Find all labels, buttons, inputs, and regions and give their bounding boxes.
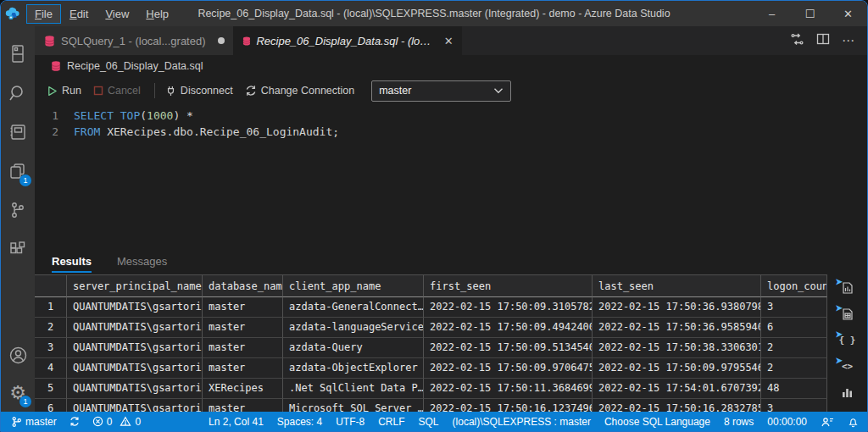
table-cell[interactable]: QUANTUMDATIS\gsartori <box>67 338 203 358</box>
row-number[interactable]: 2 <box>35 318 67 338</box>
database-select[interactable]: master <box>371 80 511 102</box>
explorer-copy-icon[interactable]: 1 <box>1 152 35 191</box>
table-cell[interactable]: 2022-02-15 17:54:01.6707392 <box>593 379 761 399</box>
table-cell[interactable]: QUANTUMDATIS\gsartori <box>67 318 203 338</box>
encoding[interactable]: UTF-8 <box>336 416 364 428</box>
table-cell[interactable]: QUANTUMDATIS\gsartori <box>67 297 203 318</box>
row-count[interactable]: 8 rows <box>724 416 754 428</box>
line-number: 2 <box>35 124 74 140</box>
account-icon[interactable] <box>1 335 35 374</box>
code-line[interactable]: 2FROM XERecipes.dbo.Recipe_06_LoginAudit… <box>35 124 867 140</box>
menu-edit[interactable]: Edit <box>61 4 97 24</box>
problems-status[interactable]: 0 0 <box>92 416 141 428</box>
code-lines: 1SELECT TOP(1000) *2FROM XERecipes.dbo.R… <box>35 108 867 140</box>
table-cell[interactable]: azdata-ObjectExplorer <box>283 358 424 379</box>
close-tab-icon[interactable]: ✕ <box>444 35 453 47</box>
indentation[interactable]: Spaces: 4 <box>277 416 322 428</box>
column-header-database_name[interactable]: database_name <box>203 275 283 297</box>
more-actions-icon[interactable]: ⋯ <box>842 33 855 48</box>
connection-status[interactable]: (local)\SQLEXPRESS : master <box>453 416 591 428</box>
sync-status[interactable] <box>69 416 81 427</box>
save-as-csv-icon[interactable]: ➤ <box>839 280 856 296</box>
git-branch-status[interactable]: master <box>11 416 57 428</box>
maximize-button[interactable]: ☐ <box>791 1 829 26</box>
table-cell[interactable]: 2022-02-15 17:50:09.9706475 <box>424 358 593 379</box>
table-cell[interactable]: master <box>203 338 283 358</box>
sql-editor[interactable]: 1SELECT TOP(1000) *2FROM XERecipes.dbo.R… <box>35 104 867 246</box>
table-cell[interactable]: azdata-Query <box>283 338 424 358</box>
choose-sql-language[interactable]: Choose SQL Language <box>604 416 710 428</box>
column-header-logon_count[interactable]: logon_count <box>761 275 827 297</box>
table-cell[interactable]: QUANTUMDATIS\gsartori <box>67 379 203 399</box>
grid-corner-cell[interactable] <box>35 275 67 297</box>
table-cell[interactable]: master <box>203 358 283 379</box>
table-cell[interactable]: 2022-02-15 17:50:09.5134540 <box>424 338 593 358</box>
table-cell[interactable]: 2 <box>761 338 827 358</box>
column-header-server_principal_name[interactable]: server_principal_name <box>67 275 203 297</box>
cursor-position[interactable]: Ln 2, Col 41 <box>209 416 264 428</box>
save-as-excel-icon[interactable]: ➤ <box>839 306 856 323</box>
feedback-icon[interactable] <box>821 416 834 428</box>
table-cell[interactable]: 2022-02-15 17:50:36.9380798 <box>593 297 761 318</box>
elapsed-time[interactable]: 00:00:00 <box>767 416 807 428</box>
source-control-icon[interactable] <box>1 191 35 230</box>
save-as-xml-icon[interactable]: ➤<> <box>839 358 856 375</box>
sql-file-icon <box>50 60 62 72</box>
breadcrumb[interactable]: Recipe_06_Display_Data.sql <box>35 55 867 77</box>
table-cell[interactable]: 2022-02-15 17:50:11.3684699 <box>424 379 593 399</box>
row-number[interactable]: 5 <box>35 379 67 399</box>
view-as-chart-icon[interactable] <box>839 385 856 402</box>
tab-label: SQLQuery_1 - (local...grated) <box>61 35 206 47</box>
save-as-json-icon[interactable]: ➤{ } <box>839 332 856 349</box>
results-pane-tabs: Results Messages <box>35 246 867 274</box>
table-cell[interactable]: 3 <box>761 297 827 318</box>
split-editor-icon[interactable] <box>816 32 830 49</box>
table-cell[interactable]: 2 <box>761 358 827 379</box>
table-cell[interactable]: master <box>203 318 283 338</box>
code-line[interactable]: 1SELECT TOP(1000) * <box>35 108 867 124</box>
language-mode[interactable]: SQL <box>419 416 439 428</box>
app-logo-icon[interactable] <box>1 1 26 26</box>
tab-results[interactable]: Results <box>52 255 92 274</box>
column-header-first_seen[interactable]: first_seen <box>424 275 593 297</box>
close-button[interactable]: ✕ <box>829 1 867 26</box>
table-cell[interactable]: 2022-02-15 17:50:09.3105782 <box>424 297 593 318</box>
column-header-client_app_name[interactable]: client_app_name <box>283 275 424 297</box>
table-cell[interactable]: 6 <box>761 318 827 338</box>
menu-file[interactable]: File <box>26 4 61 24</box>
compare-icon[interactable] <box>790 32 804 50</box>
table-cell[interactable]: master <box>203 297 283 318</box>
change-connection-button[interactable]: Change Connection <box>245 85 355 97</box>
tab-messages[interactable]: Messages <box>117 255 167 274</box>
table-cell[interactable]: azdata-languageService <box>283 318 424 338</box>
settings-gear-icon[interactable]: ⚙ 1 <box>1 374 35 412</box>
dirty-indicator-icon[interactable] <box>218 37 225 44</box>
tab-sqlquery1[interactable]: SQLQuery_1 - (local...grated) <box>35 26 233 55</box>
table-cell[interactable]: 2022-02-15 17:50:09.9795546 <box>593 358 761 379</box>
table-cell[interactable]: azdata-GeneralConnect… <box>283 297 424 318</box>
minimize-button[interactable]: – <box>753 1 791 26</box>
tab-recipe06[interactable]: Recipe_06_Display_Data.sql - (local...gr… <box>233 26 462 55</box>
table-cell[interactable]: 2022-02-15 17:50:09.4942400 <box>424 318 593 338</box>
table-cell[interactable]: .Net SqlClient Data P… <box>283 379 424 399</box>
connections-icon[interactable] <box>1 35 35 74</box>
notebooks-icon[interactable] <box>1 113 35 152</box>
row-number[interactable]: 3 <box>35 338 67 358</box>
run-button[interactable]: Run <box>47 85 81 97</box>
table-cell[interactable]: QUANTUMDATIS\gsartori <box>67 358 203 379</box>
extensions-icon[interactable] <box>1 230 35 269</box>
menu-view[interactable]: View <box>97 4 137 24</box>
search-icon[interactable] <box>1 74 35 113</box>
table-cell[interactable]: XERecipes <box>203 379 283 399</box>
table-cell[interactable]: 48 <box>761 379 827 399</box>
cancel-button[interactable]: Cancel <box>93 85 141 97</box>
column-header-last_seen[interactable]: last_seen <box>593 275 761 297</box>
notifications-bell-icon[interactable] <box>848 416 859 428</box>
row-number[interactable]: 4 <box>35 358 67 379</box>
table-cell[interactable]: 2022-02-15 17:50:38.3306301 <box>593 338 761 358</box>
row-number[interactable]: 1 <box>35 297 67 318</box>
menu-help[interactable]: Help <box>137 4 177 24</box>
disconnect-button[interactable]: Disconnect <box>165 85 233 97</box>
eol[interactable]: CRLF <box>378 416 404 428</box>
table-cell[interactable]: 2022-02-15 17:50:36.9585940 <box>593 318 761 338</box>
